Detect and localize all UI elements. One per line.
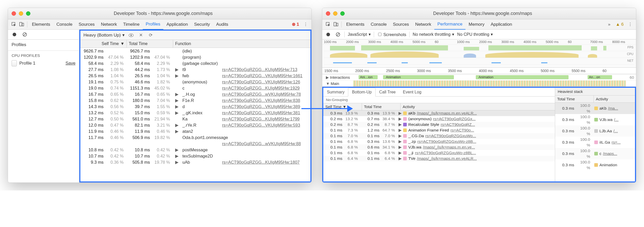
minimize-icon[interactable] — [333, 11, 337, 16]
table-row[interactable]: 0.1 ms7.3 %1.2 ms64.7 %▶Animation Frame … — [323, 127, 555, 133]
tab-application[interactable]: Application — [488, 20, 515, 29]
view-mode-select[interactable]: Heavy (Bottom Up) ▾ — [83, 32, 125, 38]
table-row[interactable]: 0.3 ms100.0 %iIL.Ga rs=... — [555, 137, 635, 148]
table-row[interactable]: 9.3 ms0.36 %505.8 ms19.78 %▶uAbrs=ACT90o… — [80, 159, 310, 165]
table-row[interactable]: 19.1 ms0.75 %46.6 ms1.82 %(anonymous)rs=… — [80, 79, 310, 85]
table-row[interactable]: 10.8 ms0.42 %10.8 ms0.42 %▶postMessage — [80, 147, 310, 153]
inspect-icon[interactable] — [10, 21, 18, 28]
track-main[interactable]: ▼Main — [322, 80, 636, 86]
tab-performance[interactable]: Performance — [434, 19, 465, 30]
header-self-time[interactable]: Self Time ▼ — [80, 40, 127, 48]
close-x-icon[interactable]: ✕ — [138, 32, 144, 39]
sidebar-item-profile1[interactable]: Profile 1 Save — [8, 59, 79, 68]
tab-profiles[interactable]: Profiles — [143, 19, 164, 30]
table-row[interactable]: 0.2 ms13.2 %0.7 ms38.4 %▶(anonymous) rs=… — [323, 116, 555, 122]
table-row[interactable]: 0.3 ms100.0 %LJb.Aa /... — [555, 125, 635, 137]
table-row[interactable]: 12.0 ms0.47 %82.1 ms3.21 %▶_.rYe.Rrs=ACT… — [80, 122, 310, 128]
header-function[interactable]: Function — [173, 40, 310, 48]
header-activity[interactable]: Activity — [594, 95, 635, 102]
kebab-icon[interactable]: ⋮ — [302, 21, 309, 28]
grouping-select[interactable]: No Grouping — [323, 97, 555, 103]
table-row[interactable]: 58.4 ms2.29 %58.4 ms2.29 %(garbage colle… — [80, 60, 310, 66]
tab-timeline[interactable]: Timeline — [120, 20, 143, 29]
table-row[interactable]: 0.2 ms8.7 %0.2 ms8.7 %▶Recalculate Style… — [323, 122, 555, 127]
table-row[interactable]: 0.3 ms13.9 %0.3 ms13.9 %▶aKb /maps/_/js/… — [323, 110, 555, 116]
refresh-icon[interactable]: ⟳ — [147, 32, 154, 39]
tab-sources[interactable]: Sources — [75, 20, 98, 29]
cpu-throttle-select[interactable]: No CPU throttling ▾ — [457, 32, 493, 37]
more-tabs-icon[interactable]: » — [605, 21, 613, 28]
device-icon[interactable] — [18, 21, 26, 28]
minimize-icon[interactable] — [19, 11, 23, 16]
tab-console[interactable]: Console — [368, 20, 390, 29]
table-row[interactable]: 0.1 ms6.4 %0.1 ms6.4 %▶TVe /maps/_/js/k=… — [323, 156, 555, 161]
table-row[interactable]: 27.7 ms1.08 %44.2 ms1.73 %▶t9rs=ACT90oGq… — [80, 66, 310, 73]
tab-audits[interactable]: Audits — [213, 20, 231, 29]
tab-application[interactable]: Application — [163, 20, 191, 29]
inspect-icon[interactable] — [324, 21, 332, 28]
table-row[interactable]: 0.3 ms100.0 %Animation — [555, 159, 635, 171]
table-row[interactable]: 0.3 ms100.0 %c /maps... — [555, 148, 635, 159]
table-row[interactable]: 11.9 ms0.46 %11.9 ms0.46 %▶atan2 — [80, 128, 310, 134]
table-row[interactable]: 10.7 ms0.42 %10.7 ms0.42 %▶texSubImage2D — [80, 153, 310, 159]
table-row[interactable]: 13.2 ms0.52 %15.0 ms0.59 %▶_.gK.indexrs=… — [80, 110, 310, 116]
table-row[interactable]: rs=ACT90oGqRZGG...wVKUIgM95Hw:88 — [80, 141, 310, 147]
tab-console[interactable]: Console — [53, 20, 75, 29]
table-row[interactable]: 11.7 ms0.46 %506.9 ms19.82 %Oda.b.port1.… — [80, 134, 310, 141]
table-row[interactable]: 1202.9 ms47.04 %1202.9 ms47.04 %(program… — [80, 54, 310, 60]
table-row[interactable]: 0.3 ms100.0 %aKb /ma... — [555, 103, 635, 114]
caret-down-icon[interactable]: ▼ — [326, 81, 330, 86]
table-row[interactable]: 12.7 ms0.50 %561.0 ms21.94 %Kars=ACT90oG… — [80, 116, 310, 122]
kebab-icon[interactable]: ⋮ — [626, 21, 634, 28]
table-row[interactable]: 0.1 ms6.8 %0.1 ms6.8 %▶_.ji rs=ACT90oGqR… — [323, 150, 555, 156]
table-header: Self Time ▼ Total Time Function — [80, 40, 310, 48]
close-icon[interactable] — [326, 11, 330, 16]
subtab-summary[interactable]: Summary — [323, 88, 348, 96]
table-row[interactable]: 9626.7 ms9626.7 ms(idle) — [80, 48, 310, 54]
zoom-icon[interactable] — [340, 11, 345, 16]
clear-icon[interactable] — [21, 31, 28, 38]
table-row[interactable]: 26.5 ms1.04 %26.5 ms1.04 %▶fwbrs=ACT90oG… — [80, 73, 310, 79]
subtab-event-log[interactable]: Event Log — [399, 88, 425, 96]
tab-sources[interactable]: Sources — [390, 20, 412, 29]
tab-memory[interactable]: Memory — [465, 20, 487, 29]
subtab-call-tree[interactable]: Call Tree — [376, 88, 399, 96]
dispatch-select[interactable]: JavaScript ▾ — [348, 32, 371, 37]
table-row[interactable]: 16.7 ms0.65 %16.7 ms0.65 %▶_.H.ogrs=ACT9… — [80, 91, 310, 97]
error-badge[interactable]: ⊗ 1 — [289, 22, 302, 27]
tab-security[interactable]: Security — [191, 20, 213, 29]
record-icon[interactable] — [325, 31, 332, 38]
tab-elements[interactable]: Elements — [29, 20, 53, 29]
titlebar[interactable]: Developer Tools - https://www.google.com… — [322, 8, 636, 19]
record-icon[interactable] — [11, 31, 18, 38]
save-link[interactable]: Save — [65, 61, 75, 66]
table-row[interactable]: 14.3 ms0.56 %39.7 ms1.55 %▶drs=ACT90oGqR… — [80, 103, 310, 110]
header-activity[interactable]: Activity — [401, 103, 555, 110]
subtab-bottom-up[interactable]: Bottom-Up — [348, 88, 375, 97]
table-row[interactable]: 0.1 ms7.0 %0.1 ms7.0 %▶_.CG.Da rs=ACT90o… — [323, 133, 555, 139]
tab-elements[interactable]: Elements — [343, 20, 368, 29]
warning-badge[interactable]: ▲ 6 — [613, 22, 626, 27]
track-interactions[interactable]: ▶Interactions Ani…ion Animation Animatio… — [322, 74, 636, 80]
table-row[interactable]: 19.0 ms0.74 %1151.3 ms45.02 %crs=ACT90oG… — [80, 85, 310, 91]
table-row[interactable]: 0.1 ms6.8 %0.6 ms34.1 %▶VJb.wa /maps/_/j… — [323, 144, 555, 150]
tab-network[interactable]: Network — [98, 20, 120, 29]
screenshots-checkbox[interactable]: Screenshots — [377, 32, 406, 37]
network-throttle-select[interactable]: No network throttling ▾ — [413, 32, 454, 37]
zoom-icon[interactable] — [26, 11, 30, 16]
table-row[interactable]: 0.1 ms6.8 %0.3 ms13.6 %▶_.zp rs=ACT90oGq… — [323, 139, 555, 144]
close-icon[interactable] — [12, 11, 16, 16]
header-total-time[interactable]: Total Time — [127, 40, 173, 48]
overview-timeline[interactable]: 1000 ms2000 ms3000 ms4000 ms5000 ms60100… — [322, 39, 636, 68]
clear-icon[interactable] — [335, 31, 341, 38]
table-row[interactable]: 15.8 ms0.62 %180.0 ms7.04 %▶F1e.Rrs=ACT9… — [80, 97, 310, 103]
header-total-time[interactable]: Total Time — [555, 95, 594, 102]
device-icon[interactable] — [332, 21, 340, 28]
traffic-lights — [8, 11, 30, 16]
titlebar[interactable]: Developer Tools - https://www.google.com… — [8, 8, 311, 19]
caret-right-icon[interactable]: ▶ — [326, 75, 329, 80]
tab-network[interactable]: Network — [412, 20, 434, 29]
table-row[interactable]: 0.3 ms100.0 %VJb.wa /... — [555, 114, 635, 125]
header-total-time[interactable]: Total Time — [362, 103, 401, 110]
focus-icon[interactable] — [128, 32, 134, 39]
